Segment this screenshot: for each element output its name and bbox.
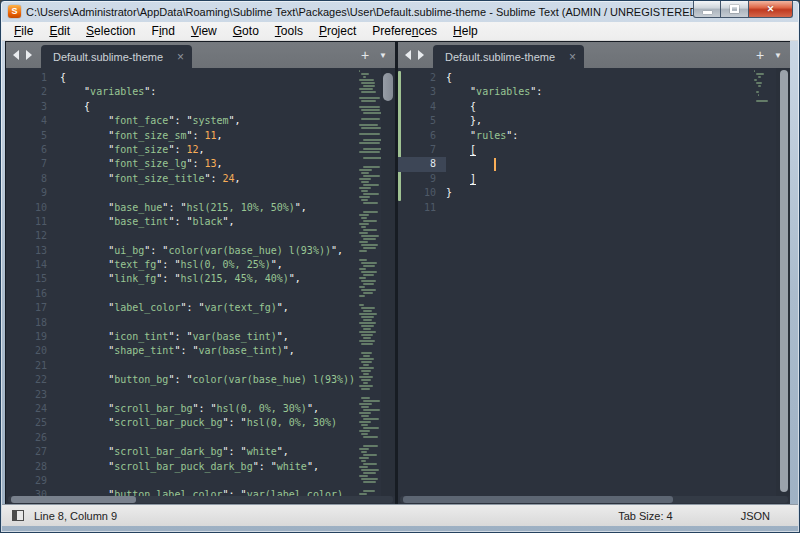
minimap-row [361,127,381,129]
tab-title: Default.sublime-theme [445,51,555,63]
editor-left[interactable]: 1234567891011121314151617181920212223242… [6,68,395,504]
minimap-row [363,472,376,474]
minimap-row [359,403,372,405]
code-line: "link_fg": "hsl(215, 45%, 40%)", [60,272,357,286]
editor-right[interactable]: 234567891011 { "variables": { }, "rules"… [398,68,790,504]
menu-edit[interactable]: Edit [41,22,78,40]
minimap-row [361,190,368,192]
minimap-row [361,280,376,282]
line-number: 10 [6,201,60,215]
close-button[interactable]: ✕ [748,1,793,18]
vscroll-puck-right[interactable] [780,70,788,492]
tab-close-icon[interactable]: × [569,52,576,62]
minimap-row [359,286,365,288]
minimap-row [359,187,371,189]
tab-size-indicator[interactable]: Tab Size: 4 [618,510,672,522]
line-number: 7 [6,157,60,171]
menu-project[interactable]: Project [311,22,364,40]
menu-preferences[interactable]: Preferences [364,22,445,40]
minimap-row [363,436,378,438]
title-bar[interactable]: S C:\Users\Administrator\AppData\Roaming… [1,1,799,22]
minimap-row [359,106,380,108]
minimap-right[interactable] [752,70,776,496]
minimap-row [363,229,377,231]
line-number: 25 [6,416,60,430]
minimap-row [361,82,375,84]
code-line [60,229,357,243]
code-line: { [446,100,752,114]
code-line: "variables": [446,85,752,99]
maximize-button[interactable] [721,1,748,18]
menu-goto[interactable]: Goto [225,22,267,40]
line-number: 9 [398,172,446,186]
minimap-row [359,448,369,450]
minimap-row [359,421,371,423]
minimap-row [361,226,366,228]
minimap-row [361,235,379,237]
minimap-row [359,70,360,72]
menu-find[interactable]: Find [144,22,183,40]
new-tab-icon[interactable]: + [756,48,764,62]
minimap-row [363,139,381,141]
menu-selection[interactable]: Selection [78,22,143,40]
tab-prev-icon[interactable] [405,50,411,60]
minimap-row [361,289,376,291]
tab-overflow-icon[interactable]: ▼ [774,51,782,60]
tab-next-icon[interactable] [26,50,32,60]
minimap-left[interactable] [357,70,381,496]
tab-prev-icon[interactable] [13,50,19,60]
minimap-row [363,481,376,483]
new-tab-icon[interactable]: + [361,48,369,62]
code-line: "scroll_bar_puck_bg": "hsl(0, 0%, 30%) [60,416,357,430]
tab-default-sublime-theme[interactable]: Default.sublime-theme × [41,45,192,68]
line-number: 24 [6,402,60,416]
minimap-row [756,82,762,84]
code-line: "base_hue": "hsl(215, 10%, 50%)", [60,201,357,215]
minimap-row [363,85,375,87]
minimap-row [359,466,368,468]
tab-default-sublime-theme[interactable]: Default.sublime-theme × [433,45,584,68]
horizontal-scrollbar-left[interactable] [8,496,393,503]
vscroll-puck-left[interactable] [383,73,393,101]
code-line: "button_label_color": "var(label_color) [60,488,357,496]
code-line [446,157,752,171]
code-right[interactable]: { "variables": { }, "rules": [ ]} [446,71,752,496]
status-bar: Line 8, Column 9 Tab Size: 4 JSON [2,504,798,526]
minimap-row [363,364,369,366]
code-left[interactable]: { "variables": { "font_face": "system", … [60,71,357,496]
vertical-scrollbar-right[interactable] [776,68,790,496]
tab-overflow-icon[interactable]: ▼ [379,51,387,60]
minimap-row [363,409,380,411]
line-number: 1 [6,71,60,85]
minimap-row [359,133,380,135]
line-number: 7 [398,143,446,157]
panel-switcher-icon[interactable] [12,510,24,521]
menu-view[interactable]: View [183,22,225,40]
minimap-row [359,457,369,459]
minimap-row [363,418,379,420]
minimap-row [361,397,370,399]
minimap-row [363,184,379,186]
tab-bar-right: Default.sublime-theme × + ▼ [398,42,790,68]
code-line [60,388,357,402]
hscroll-puck-left[interactable] [11,496,136,503]
menu-file[interactable]: File [6,22,41,40]
vertical-scrollbar-left[interactable] [381,68,395,496]
minimap-row [359,313,377,315]
menu-bar: FileEditSelectionFindViewGotoToolsProjec… [2,22,798,41]
minimap-row [361,388,370,390]
menu-tools[interactable]: Tools [267,22,311,40]
line-number: 18 [6,316,60,330]
horizontal-scrollbar-right[interactable] [400,496,788,503]
syntax-indicator[interactable]: JSON [741,510,770,522]
code-line: }, [446,114,752,128]
code-line: "text_fg": "hsl(0, 0%, 25%)", [60,258,357,272]
hscroll-puck-right[interactable] [403,496,673,503]
menu-help[interactable]: Help [445,22,486,40]
tab-next-icon[interactable] [418,50,424,60]
minimize-button[interactable] [693,1,721,18]
minimap-row [361,172,369,174]
gutter-left: 1234567891011121314151617181920212223242… [6,71,60,503]
line-number: 6 [398,129,446,143]
tab-close-icon[interactable]: × [177,52,184,62]
